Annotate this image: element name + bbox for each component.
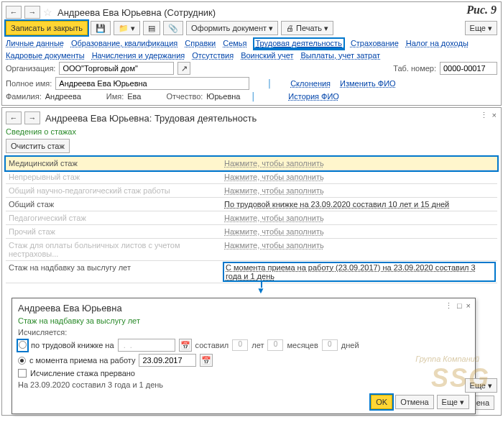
change-fio-link[interactable]: Изменить ФИО <box>340 79 396 88</box>
tab-family[interactable]: Семья <box>223 39 246 49</box>
radio-label-2: с момента приема на работу <box>29 356 135 365</box>
calendar-icon[interactable]: 📅 <box>179 339 192 352</box>
tab-references[interactable]: Справки <box>185 39 216 49</box>
calc-label: Исчисляется: <box>18 328 469 337</box>
interrupted-checkbox[interactable] <box>18 369 27 378</box>
years-input[interactable]: 0 <box>232 339 248 351</box>
row-label: Педагогический стаж <box>9 214 224 222</box>
tab-payments[interactable]: Выплаты, учет затрат <box>301 51 381 60</box>
employee-card-panel: Рис. 9 ← → ☆ Андреева Ева Юрьевна (Сотру… <box>1 1 502 106</box>
tab-accruals[interactable]: Начисления и удержания <box>92 51 185 60</box>
radio-by-workbook[interactable] <box>19 341 27 349</box>
tab-absence[interactable]: Отсутствия <box>192 51 234 60</box>
popup-title: Андреева Ева Юрьевна <box>18 303 469 314</box>
days-input[interactable]: 0 <box>322 339 338 351</box>
nav-back-button[interactable]: ← <box>6 111 22 124</box>
tabs-row-1: Личные данные Образование, квалификация … <box>6 39 497 49</box>
calendar-icon[interactable]: 📅 <box>200 354 213 367</box>
save-button[interactable]: 💾 <box>91 21 111 35</box>
seniority-row[interactable]: Медицинский стажНажмите, чтобы заполнить <box>6 157 497 170</box>
row-value[interactable]: Нажмите, чтобы заполнить <box>224 186 494 195</box>
months-input[interactable]: 0 <box>267 339 283 351</box>
close-icon[interactable]: × <box>466 301 471 311</box>
row-value[interactable]: Нажмите, чтобы заполнить <box>224 173 494 181</box>
nav-fwd-button[interactable]: → <box>24 6 40 19</box>
row-label: Непрерывный стаж <box>9 173 224 181</box>
disk-icon: 💾 <box>96 24 106 33</box>
row-value[interactable]: Нажмите, чтобы заполнить <box>224 214 494 222</box>
row-value[interactable]: Нажмите, чтобы заполнить <box>224 241 494 258</box>
panel-more-button[interactable]: Еще ▾ <box>465 378 497 393</box>
cancel-button[interactable]: Отмена <box>395 395 433 409</box>
date-empty-input[interactable] <box>118 339 175 352</box>
radio-label-1: по трудовой книжке на <box>31 341 114 349</box>
tab-military[interactable]: Воинский учет <box>241 51 293 60</box>
row-value[interactable]: Нажмите, чтобы заполнить <box>224 227 494 236</box>
row-label: Стаж на надбавку за выслугу лет <box>9 263 224 280</box>
nav-fwd-button[interactable]: → <box>24 111 40 124</box>
print-button[interactable]: 🖨 Печать ▾ <box>281 21 333 35</box>
row-label: Прочий стаж <box>9 227 224 236</box>
create-doc-button[interactable]: Оформить документ ▾ <box>186 21 278 35</box>
seniority-row[interactable]: Прочий стажНажмите, чтобы заполнить <box>6 225 497 239</box>
seniority-row[interactable]: Общий стажПо трудовой книжке на 23.09.20… <box>6 198 497 211</box>
tab-insurance[interactable]: Страхование <box>351 39 399 49</box>
save-close-button[interactable]: Записать и закрыть <box>6 21 88 35</box>
tabs-row-2: Кадровые документы Начисления и удержани… <box>6 51 497 60</box>
more-button[interactable]: Еще ▾ <box>437 395 469 409</box>
arrow-down-icon: │ <box>267 79 272 88</box>
row-value[interactable]: По трудовой книжке на 23.09.2020 состави… <box>224 200 494 209</box>
seniority-row[interactable]: Стаж для оплаты больничных листов с учет… <box>6 239 497 261</box>
arrow-down-icon: │ <box>251 92 256 101</box>
name-label: Имя: <box>106 92 124 101</box>
name-value: Ева <box>127 92 141 101</box>
menu-icon[interactable]: ⋮ <box>445 301 453 311</box>
tab-hr-docs[interactable]: Кадровые документы <box>6 51 85 60</box>
folder-button[interactable]: 📁▾ <box>114 21 140 35</box>
hire-date-input[interactable] <box>139 354 196 367</box>
popup-subtitle: Стаж на надбавку за выслугу лет <box>18 316 469 325</box>
interrupted-label: Исчисление стажа прервано <box>30 369 135 378</box>
nav-back-button[interactable]: ← <box>6 6 22 19</box>
seniority-row[interactable]: Педагогический стажНажмите, чтобы заполн… <box>6 211 497 225</box>
seniority-popup: ⋮ □ × Андреева Ева Юрьевна Стаж на надба… <box>11 298 476 414</box>
window-title: Андреева Ева Юрьевна (Сотрудник) <box>57 7 216 18</box>
more-button[interactable]: Еще ▾ <box>465 21 497 35</box>
row-label: Медицинский стаж <box>9 159 224 168</box>
fullname-label: Полное имя: <box>6 79 52 88</box>
tab-education[interactable]: Образование, квалификация <box>71 39 177 49</box>
summary-text: На 23.09.2020 составил 3 года и 1 день <box>18 380 469 389</box>
figure-label: Рис. 9 <box>466 4 497 17</box>
tab-work-activity[interactable]: Трудовая деятельность <box>254 39 343 49</box>
fio-history-link[interactable]: История ФИО <box>288 92 339 101</box>
tab-tax[interactable]: Налог на доходы <box>406 39 469 49</box>
seniority-row[interactable]: Общий научно-педагогический стаж работыН… <box>6 184 497 198</box>
menu-icon[interactable]: ⋮ <box>480 111 488 120</box>
ok-button[interactable]: OK <box>371 395 392 409</box>
patr-label: Отчество: <box>166 92 203 101</box>
org-open-button[interactable]: ↗ <box>177 62 190 75</box>
tabnum-label: Таб. номер: <box>393 64 436 73</box>
fullname-input[interactable] <box>55 77 249 90</box>
close-icon[interactable]: × <box>492 111 497 120</box>
row-value[interactable]: С момента приема на работу (23.09.2017) … <box>224 263 494 280</box>
arrow-down-icon: ▼ <box>257 288 497 293</box>
tab-personal[interactable]: Личные данные <box>6 39 64 49</box>
attach-button[interactable]: 📎 <box>163 21 183 35</box>
radio-from-hire[interactable] <box>18 357 26 365</box>
org-label: Организация: <box>6 64 55 73</box>
seniority-row[interactable]: Непрерывный стажНажмите, чтобы заполнить <box>6 170 497 184</box>
row-label: Общий стаж <box>9 200 224 209</box>
arrow-line <box>261 282 497 288</box>
star-icon[interactable]: ☆ <box>43 6 52 18</box>
org-input[interactable] <box>59 62 174 75</box>
maximize-icon[interactable]: □ <box>457 301 462 311</box>
printer-icon: 🖨 <box>286 24 294 32</box>
clear-seniority-button[interactable]: Очистить стаж <box>6 139 70 153</box>
clip-icon: 📎 <box>168 24 178 33</box>
tabnum-input[interactable] <box>440 62 497 75</box>
list-button[interactable]: ▤ <box>143 21 160 35</box>
row-value[interactable]: Нажмите, чтобы заполнить <box>224 159 494 168</box>
declensions-link[interactable]: Склонения <box>290 79 331 88</box>
seniority-row[interactable]: Стаж на надбавку за выслугу летС момента… <box>6 261 497 283</box>
